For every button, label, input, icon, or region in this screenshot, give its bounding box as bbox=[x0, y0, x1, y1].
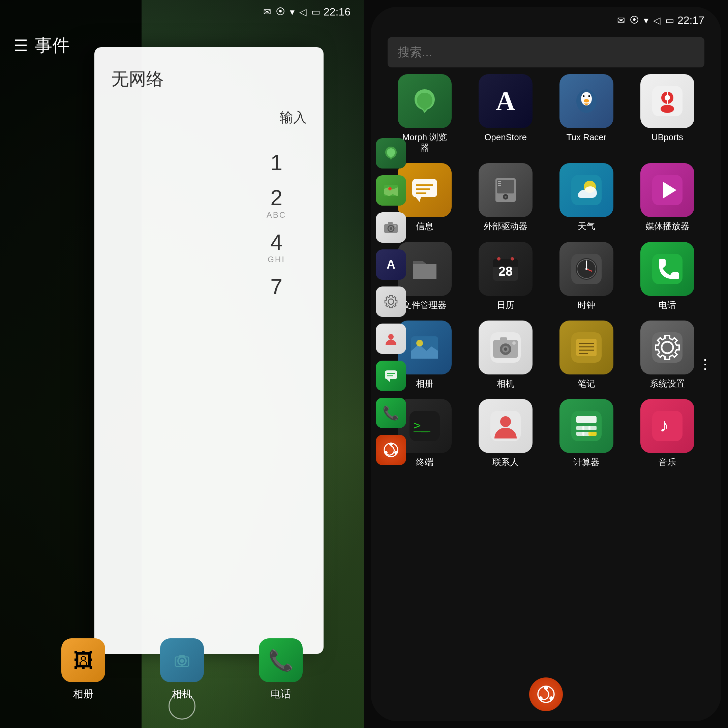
right-phone: ✉ ⦿ ▾ ◁ ▭ 22:17 bbox=[364, 0, 728, 728]
app-item-ubports[interactable]: UBports bbox=[630, 74, 704, 153]
menu-icon[interactable]: ☰ bbox=[14, 36, 28, 55]
svg-point-29 bbox=[661, 105, 674, 113]
svg-point-8 bbox=[390, 227, 392, 230]
dock-item-camera[interactable]: 相机 bbox=[160, 638, 204, 701]
svg-text:>_: >_ bbox=[413, 418, 428, 433]
sidebar-settings[interactable] bbox=[376, 286, 406, 317]
svg-point-24 bbox=[583, 95, 585, 97]
numpad-letters-2: ABC bbox=[246, 210, 307, 220]
sidebar-maps[interactable] bbox=[376, 175, 406, 206]
sidebar-camera[interactable] bbox=[376, 213, 406, 243]
search-input[interactable] bbox=[398, 45, 694, 59]
numpad-digit-7: 7 bbox=[246, 274, 307, 299]
app-icon-drive bbox=[479, 163, 532, 217]
svg-point-11 bbox=[388, 334, 394, 340]
r-sound-icon: ◁ bbox=[653, 15, 661, 26]
wifi-icon: ▾ bbox=[290, 6, 295, 18]
app-item-camera[interactable]: 相机 bbox=[468, 321, 543, 389]
left-home-button[interactable] bbox=[168, 693, 196, 720]
svg-marker-33 bbox=[416, 197, 421, 202]
numpad-key-1[interactable]: 1 bbox=[246, 150, 307, 175]
app-label-calendar: 日历 bbox=[497, 300, 514, 310]
app-item-settings[interactable]: 系统设置 bbox=[630, 321, 704, 389]
app-label-gallery: 相册 bbox=[416, 378, 433, 389]
app-item-notes[interactable]: 笔记 bbox=[549, 321, 624, 389]
app-item-contacts[interactable]: 联系人 bbox=[468, 399, 543, 468]
svg-point-25 bbox=[589, 95, 590, 97]
numpad-letters-4: GHI bbox=[246, 255, 307, 264]
dock-label-gallery: 相册 bbox=[73, 687, 93, 701]
app-item-media[interactable]: 媒体播放器 bbox=[630, 163, 704, 231]
svg-point-93 bbox=[544, 686, 548, 690]
numpad-row-2: 2 ABC bbox=[111, 185, 307, 220]
numpad-row-1: 1 bbox=[111, 150, 307, 175]
app-item-music[interactable]: ♪ 音乐 bbox=[630, 399, 704, 468]
svg-rect-3 bbox=[179, 655, 185, 658]
app-item-phone[interactable]: 电话 bbox=[630, 242, 704, 310]
sound-icon: ◁ bbox=[299, 6, 307, 18]
sidebar-phone[interactable]: 📞 bbox=[376, 398, 406, 428]
app-label-phone: 电话 bbox=[659, 300, 676, 310]
svg-point-5 bbox=[388, 187, 392, 190]
svg-point-26 bbox=[584, 99, 589, 102]
app-item-drive[interactable]: 外部驱动器 bbox=[468, 163, 543, 231]
app-icon-morph bbox=[398, 74, 452, 128]
app-label-music: 音乐 bbox=[659, 457, 676, 468]
svg-text:28: 28 bbox=[499, 264, 512, 278]
app-item-clock[interactable]: 时钟 bbox=[549, 242, 624, 310]
dock-item-phone[interactable]: 📞 电话 bbox=[259, 638, 303, 701]
numpad: 1 2 ABC 4 GHI 7 bbox=[94, 137, 324, 323]
right-dock-ubuntu[interactable] bbox=[529, 678, 563, 711]
sidebar-message[interactable] bbox=[376, 361, 406, 391]
app-icon-ubports bbox=[640, 74, 694, 128]
sidebar-contacts[interactable] bbox=[376, 324, 406, 354]
numpad-digit-1: 1 bbox=[246, 150, 307, 175]
app-item-calendar[interactable]: 28 日历 bbox=[468, 242, 543, 310]
r-battery-icon: ▭ bbox=[665, 15, 674, 26]
dock-item-gallery[interactable]: 🖼 相册 bbox=[61, 638, 105, 701]
svg-point-53 bbox=[511, 257, 514, 260]
svg-point-81 bbox=[500, 416, 511, 427]
app-label-settings: 系统设置 bbox=[650, 378, 685, 389]
svg-point-17 bbox=[389, 442, 393, 446]
app-label-contacts: 联系人 bbox=[492, 457, 519, 468]
app-label-notes: 笔记 bbox=[578, 378, 595, 389]
numpad-key-2[interactable]: 2 ABC bbox=[246, 185, 307, 220]
app-icon-calculator bbox=[560, 399, 613, 453]
dock-icon-phone: 📞 bbox=[259, 638, 303, 682]
svg-text:♪: ♪ bbox=[659, 415, 669, 436]
app-item-weather[interactable]: 天气 bbox=[549, 163, 624, 231]
svg-rect-39 bbox=[498, 181, 501, 182]
svg-rect-40 bbox=[498, 183, 501, 184]
app-item-calculator[interactable]: 计算器 bbox=[549, 399, 624, 468]
app-label-openstore: OpenStore bbox=[484, 132, 527, 142]
svg-point-62 bbox=[416, 340, 423, 346]
svg-point-52 bbox=[497, 257, 500, 260]
svg-rect-32 bbox=[412, 179, 437, 197]
right-status-time: 22:17 bbox=[678, 14, 704, 27]
numpad-key-7[interactable]: 7 bbox=[246, 274, 307, 299]
app-icon-notes bbox=[560, 321, 613, 375]
app-icon-weather bbox=[560, 163, 613, 217]
sidebar-strip: A bbox=[371, 135, 411, 468]
r-wifi-icon: ▾ bbox=[644, 15, 648, 26]
svg-rect-9 bbox=[388, 222, 393, 225]
app-icon-settings bbox=[640, 321, 694, 375]
app-item-tux[interactable]: Tux Racer bbox=[549, 74, 624, 153]
dock-icon-gallery: 🖼 bbox=[61, 638, 105, 682]
left-status-bar: ✉ ⦿ ▾ ◁ ▭ 22:16 bbox=[0, 0, 364, 24]
svg-point-43 bbox=[505, 196, 506, 198]
dock-label-phone: 电话 bbox=[271, 687, 291, 701]
app-icon-media bbox=[640, 163, 694, 217]
battery-icon: ▭ bbox=[311, 6, 320, 18]
svg-rect-60 bbox=[652, 254, 682, 284]
numpad-key-4[interactable]: 4 GHI bbox=[246, 230, 307, 264]
sidebar-appstore[interactable]: A bbox=[376, 249, 406, 280]
sidebar-morph[interactable] bbox=[376, 138, 406, 168]
numpad-digit-4: 4 bbox=[246, 230, 307, 255]
sidebar-ubuntu[interactable] bbox=[376, 435, 406, 465]
search-bar[interactable] bbox=[388, 37, 704, 67]
svg-point-67 bbox=[504, 347, 507, 351]
three-dots-menu[interactable]: ⋮ bbox=[698, 356, 711, 372]
app-item-openstore[interactable]: A OpenStore bbox=[468, 74, 543, 153]
